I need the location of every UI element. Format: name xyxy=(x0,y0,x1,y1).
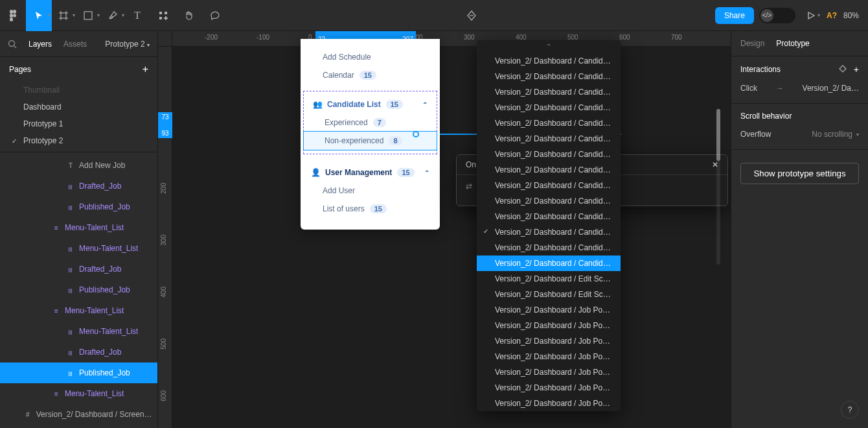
scroll-up-icon[interactable]: ⌃ xyxy=(477,43,621,53)
frame-option[interactable]: Version_2/ Dashboard / Candid… xyxy=(477,131,621,147)
svg-rect-2 xyxy=(10,14,13,18)
tab-layers[interactable]: Layers xyxy=(29,40,52,49)
frame-option[interactable]: Version_2/ Dashboard / Candid… xyxy=(477,100,621,115)
add-page-button[interactable]: + xyxy=(143,64,148,75)
canvas[interactable]: -200-1000100200300400500600700 200300400… xyxy=(158,31,731,428)
present-caret[interactable]: ▾ xyxy=(817,12,820,18)
page-item[interactable]: Thumbnail xyxy=(0,82,157,99)
frame-option[interactable]: Version_2/ Dashboard / Candid… xyxy=(477,162,621,178)
figma-menu[interactable] xyxy=(0,0,26,31)
menu-item-experienced[interactable]: Experienced7 xyxy=(313,113,428,132)
layer-item[interactable]: ≡Menu-Talent_List xyxy=(0,300,157,321)
remove-interactions-icon[interactable] xyxy=(838,64,847,75)
share-button[interactable]: Share xyxy=(715,7,754,24)
comment-tool[interactable] xyxy=(202,0,228,31)
arrow-right-icon: → xyxy=(776,84,784,93)
hand-tool[interactable] xyxy=(176,0,202,31)
layer-item[interactable]: ⫼Drafted_Job xyxy=(0,176,157,196)
swap-icon[interactable]: ⇄ xyxy=(466,182,472,191)
help-button[interactable]: ? xyxy=(841,401,859,419)
layer-item[interactable]: ≡Menu-Talent_List xyxy=(0,383,157,404)
layer-item[interactable]: ⫼Menu-Talent_List xyxy=(0,321,157,342)
destination-frames-dropdown[interactable]: ⌃ Version_2/ Dashboard / Candid…Version_… xyxy=(477,40,621,411)
badge: 15 xyxy=(397,168,414,177)
frame-option[interactable]: Version_2/ Dashboard / Candid… xyxy=(477,256,621,271)
svg-point-3 xyxy=(13,14,16,17)
frame-option[interactable]: Version_2/ Dashboard / Job Po… xyxy=(477,364,621,380)
menu-item-calendar[interactable]: Calendar15 xyxy=(311,66,429,84)
frame-option[interactable]: Version_2/ Dashboard / Candid… xyxy=(477,178,621,193)
resources-tool[interactable] xyxy=(150,0,176,31)
tab-assets[interactable]: Assets xyxy=(63,40,87,49)
interaction-row[interactable]: Click → Version_2/ Da… xyxy=(740,81,859,95)
layers-tree: TAdd New Job⫼Drafted_Job⫼Published_Job≡M… xyxy=(0,155,157,428)
menu-item-list-of-users[interactable]: List of users15 xyxy=(311,200,429,218)
tab-prototype[interactable]: Prototype xyxy=(776,39,809,48)
layer-item[interactable]: ⫼Published_Job xyxy=(0,279,157,300)
pages-list: ThumbnailDashboardPrototype 1Prototype 2 xyxy=(0,82,157,149)
popup-title: On xyxy=(466,160,476,169)
layer-item[interactable]: #Version_2/ Dashboard / Screen … xyxy=(0,404,157,425)
connector-handle[interactable] xyxy=(413,131,419,137)
menu-item-user-management[interactable]: 👤User Management15⌃ xyxy=(311,163,429,182)
frame-option[interactable]: Version_2/ Dashboard / Job Po… xyxy=(477,349,621,364)
menu-item-candidate-list[interactable]: 👥Candidate List15⌃ xyxy=(313,95,428,113)
canvas-scrollbar[interactable] xyxy=(716,109,720,265)
layer-item[interactable]: ≡Menu-Talent_List xyxy=(0,217,157,238)
layer-label: Published_Job xyxy=(79,202,130,211)
frame-option[interactable]: Version_2/ Dashboard / Candid… xyxy=(477,240,621,256)
frame-option[interactable]: Version_2/ Dashboard / Edit Scr… xyxy=(477,287,621,302)
layer-item[interactable]: TAdd New Job xyxy=(0,155,157,176)
frame-option[interactable]: Version_2/ Dashboard / Job Po… xyxy=(477,318,621,333)
layer-type-icon: # xyxy=(23,411,32,418)
frame-option[interactable]: Version_2/ Dashboard / Candid… xyxy=(477,84,621,100)
page-item[interactable]: Prototype 1 xyxy=(0,115,157,132)
overflow-label: Overflow xyxy=(740,130,771,139)
missing-fonts-badge[interactable]: A? xyxy=(827,11,837,20)
svg-point-16 xyxy=(9,40,15,46)
frame-option[interactable]: Version_2/ Dashboard / Candid… xyxy=(477,53,621,69)
svg-rect-13 xyxy=(159,17,162,19)
layer-item[interactable]: ⫼Published_Job xyxy=(0,363,157,383)
layer-item[interactable]: ⫼Published_Job xyxy=(0,196,157,217)
frame-option[interactable]: Version_2/ Dashboard / Candid… xyxy=(477,209,621,224)
layer-item[interactable]: ⫼Drafted_Job xyxy=(0,259,157,279)
layer-item[interactable]: ⫼Drafted_Job xyxy=(0,342,157,363)
page-item[interactable]: Dashboard xyxy=(0,99,157,115)
page-item[interactable]: Prototype 2 xyxy=(0,132,157,149)
show-prototype-settings-button[interactable]: Show prototype settings xyxy=(740,163,859,184)
zoom-level[interactable]: 80% xyxy=(843,11,859,20)
badge: 15 xyxy=(370,204,387,213)
text-tool[interactable]: T xyxy=(124,0,150,31)
menu-item-add-user[interactable]: Add User xyxy=(311,182,429,200)
layer-label: Drafted_Job xyxy=(79,348,121,357)
frame-option[interactable]: Version_2/ Dashboard / Candid… xyxy=(477,193,621,209)
center-diamond-icon[interactable] xyxy=(459,0,485,31)
frame-option[interactable]: Version_2/ Dashboard / Candid… xyxy=(477,224,621,240)
scrollbar-thumb[interactable] xyxy=(716,109,720,161)
frame-option[interactable]: Version_2/ Dashboard / Job Po… xyxy=(477,333,621,349)
frame-option[interactable]: Version_2/ Dashboard / Candid… xyxy=(477,69,621,84)
file-name-dropdown[interactable]: Prototype 2 ▾ xyxy=(105,40,150,49)
search-icon[interactable] xyxy=(8,40,17,49)
layer-item[interactable]: ⫼Menu-Talent_List xyxy=(0,238,157,259)
chevron-up-icon: ⌃ xyxy=(422,101,428,108)
overflow-select[interactable]: No scrolling ▾ xyxy=(812,130,859,139)
layer-item[interactable]: Bulk Dropdown xyxy=(0,425,157,428)
code-icon: </> xyxy=(760,9,773,22)
frame-option[interactable]: Version_2/ Dashboard / Job Po… xyxy=(477,396,621,411)
layer-label: Menu-Talent_List xyxy=(65,306,124,315)
frame-option[interactable]: Version_2/ Dashboard / Edit Scr… xyxy=(477,271,621,287)
frame-option[interactable]: Version_2/ Dashboard / Candid… xyxy=(477,115,621,131)
menu-item-add-schedule[interactable]: Add Schedule xyxy=(311,48,429,66)
frame-option[interactable]: Version_2/ Dashboard / Job Po… xyxy=(477,380,621,396)
frame-option[interactable]: Version_2/ Dashboard / Candid… xyxy=(477,147,621,162)
frame-option[interactable]: Version_2/ Dashboard / Job Po… xyxy=(477,302,621,318)
scroll-behavior-heading: Scroll behavior xyxy=(740,112,792,121)
dev-mode-toggle[interactable]: </> xyxy=(759,8,795,23)
svg-line-17 xyxy=(14,46,16,48)
user-icon: 👤 xyxy=(311,168,320,177)
tab-design[interactable]: Design xyxy=(740,39,764,48)
layer-label: Published_Job xyxy=(79,285,130,294)
add-interaction-button[interactable]: + xyxy=(854,64,859,75)
